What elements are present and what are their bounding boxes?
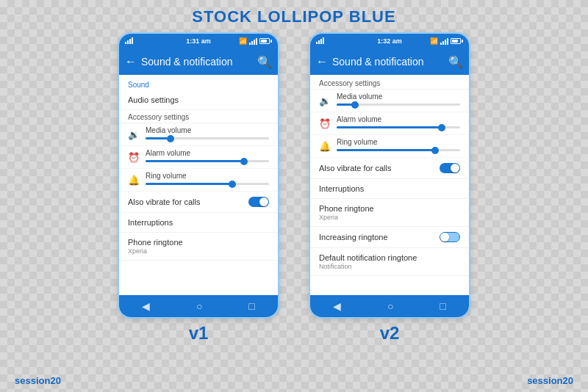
phone2-wifi-icon: 📶 [430, 37, 438, 45]
phone2-alarm-volume-slider[interactable] [337, 126, 460, 128]
phone1-back-nav-icon[interactable]: ◀ [142, 300, 150, 312]
phone1-ring-volume-details: Ring volume [146, 172, 269, 188]
phone2-appbar-title: Sound & notification [332, 56, 448, 68]
phone2: 1:32 am 📶 [309, 32, 470, 319]
phone1-ring-volume-label: Ring volume [146, 172, 269, 180]
phone2-media-volume-slider[interactable] [337, 104, 460, 106]
footer: session20 session20 [0, 375, 588, 386]
phone1-back-button[interactable]: ← [125, 55, 137, 68]
phone1-audio-settings[interactable]: Audio settings [119, 90, 278, 110]
phone1-media-volume-icon: 🔉 [128, 129, 140, 140]
phone1-interruptions[interactable]: Interruptions [119, 213, 278, 233]
phone1-signal-icon [125, 37, 133, 46]
phone2-alarm-volume-label: Alarm volume [337, 115, 460, 123]
phone1-sound-header: Sound [119, 75, 278, 90]
phone1-vibrate-toggle[interactable] [248, 197, 269, 207]
phone2-media-volume-label: Media volume [337, 92, 460, 101]
phone2-signal-icon [316, 37, 324, 46]
phone2-default-notification-sub: Notification [319, 263, 460, 270]
phone2-ring-volume-icon: 🔔 [319, 141, 331, 152]
phone2-app-bar: ← Sound & notification 🔍 [310, 48, 469, 75]
phone2-increasing-ringtone-label: Increasing ringtone [319, 233, 388, 242]
phone2-media-volume-icon: 🔉 [319, 95, 331, 106]
phone2-home-nav-icon[interactable]: ○ [387, 300, 393, 312]
phone1-search-button[interactable]: 🔍 [257, 55, 272, 69]
phone2-media-volume-row: 🔉 Media volume [310, 90, 469, 112]
phone2-ring-volume-label: Ring volume [337, 138, 460, 146]
phone2-interruptions[interactable]: Interruptions [310, 179, 469, 199]
phone1: 1:31 am 📶 [118, 32, 279, 319]
phone2-status-right: 📶 [430, 37, 463, 45]
phone2-ring-volume-slider[interactable] [337, 149, 460, 151]
phone1-alarm-volume-label: Alarm volume [146, 149, 269, 157]
phone1-alarm-volume-slider[interactable] [146, 160, 269, 162]
phone1-media-volume-details: Media volume [146, 126, 269, 142]
phone1-media-volume-slider[interactable] [146, 137, 269, 139]
phone1-content: Sound Audio settings Accessory settings … [119, 75, 278, 295]
phone2-phone-ringtone-sub: Xperia [319, 214, 460, 221]
footer-left-label: session20 [15, 375, 61, 386]
footer-right-label: session20 [527, 375, 573, 386]
phone2-accessory-header: Accessory settings [310, 75, 469, 90]
phone2-alarm-volume-icon: ⏰ [319, 118, 331, 129]
phone1-time: 1:31 am [186, 37, 211, 45]
phone2-alarm-volume-row: ⏰ Alarm volume [310, 112, 469, 135]
phone2-status-bar: 1:32 am 📶 [310, 34, 469, 48]
phone2-recents-nav-icon[interactable]: □ [440, 300, 445, 312]
phone2-status-left [316, 37, 324, 46]
phone1-phone-ringtone-sub: Xperia [128, 247, 269, 255]
phone2-back-button[interactable]: ← [316, 55, 328, 68]
phone2-ring-volume-details: Ring volume [337, 138, 460, 154]
phone1-recents-nav-icon[interactable]: □ [248, 300, 254, 312]
phone1-ring-volume-slider[interactable] [146, 183, 269, 185]
phone1-nav-bar: ◀ ○ □ [119, 295, 278, 317]
phone2-wrapper: 1:32 am 📶 [309, 32, 470, 344]
phone1-vibrate-row[interactable]: Also vibrate for calls [119, 192, 278, 213]
phone2-increasing-ringtone-toggle[interactable] [440, 232, 460, 242]
phone2-ring-volume-row: 🔔 Ring volume [310, 135, 469, 158]
phone1-alarm-volume-details: Alarm volume [146, 149, 269, 165]
phone1-wifi-icon: 📶 [239, 37, 247, 45]
phone1-phone-ringtone[interactable]: Phone ringtone Xperia [119, 233, 278, 261]
phone2-media-volume-details: Media volume [337, 92, 460, 109]
phone1-version: v1 [189, 323, 209, 344]
phone1-ring-volume-icon: 🔔 [128, 175, 140, 186]
phone2-phone-ringtone[interactable]: Phone ringtone Xperia [310, 199, 469, 227]
phone1-accessory-header: Accessory settings [119, 110, 278, 123]
phone2-vibrate-row[interactable]: Also vibrate for calls [310, 158, 469, 179]
phone1-appbar-title: Sound & notification [141, 56, 257, 68]
phone1-wrapper: 1:31 am 📶 [118, 32, 279, 344]
phone1-status-bar: 1:31 am 📶 [119, 34, 278, 48]
phone2-alarm-volume-details: Alarm volume [337, 115, 460, 131]
phone1-alarm-volume-icon: ⏰ [128, 152, 140, 163]
phone1-ring-volume-row: 🔔 Ring volume [119, 169, 278, 192]
phone1-vibrate-label: Also vibrate for calls [128, 197, 200, 206]
phone2-time: 1:32 am [377, 37, 402, 45]
phone1-alarm-volume-row: ⏰ Alarm volume [119, 146, 278, 169]
phone1-status-left [125, 37, 133, 46]
phone2-vibrate-label: Also vibrate for calls [319, 164, 391, 173]
phone1-home-nav-icon[interactable]: ○ [196, 300, 202, 312]
phone2-version: v2 [380, 323, 400, 344]
phone2-default-notification[interactable]: Default notification ringtone Notificati… [310, 248, 469, 276]
phone2-nav-bar: ◀ ○ □ [310, 295, 469, 317]
phone2-back-nav-icon[interactable]: ◀ [333, 300, 341, 312]
phone2-vibrate-toggle[interactable] [440, 163, 460, 173]
phone2-search-button[interactable]: 🔍 [448, 55, 463, 69]
page-title: STOCK LOLLIPOP BLUE [0, 0, 588, 32]
phone2-increasing-ringtone-row[interactable]: Increasing ringtone [310, 227, 469, 248]
phone1-media-volume-label: Media volume [146, 126, 269, 134]
phone2-content: Accessory settings 🔉 Media volume ⏰ [310, 75, 469, 295]
phone1-media-volume-row: 🔉 Media volume [119, 123, 278, 146]
phone1-app-bar: ← Sound & notification 🔍 [119, 48, 278, 75]
phone1-status-right: 📶 [239, 37, 272, 45]
